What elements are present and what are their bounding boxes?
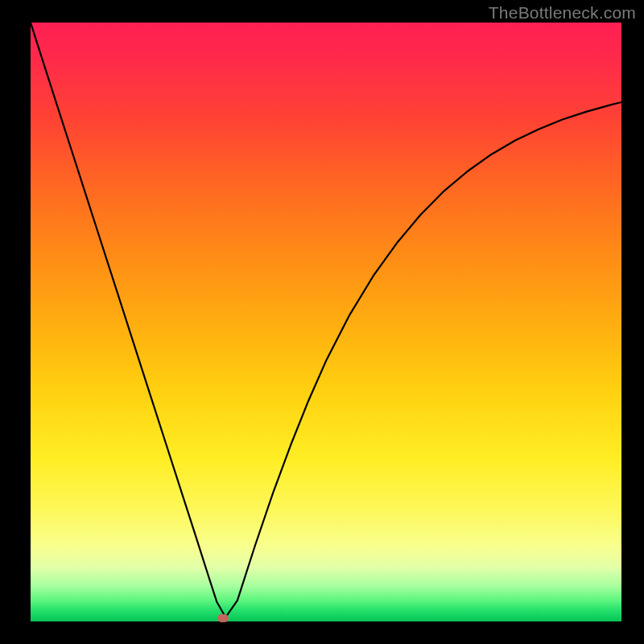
chart-frame: TheBottleneck.com	[0, 0, 644, 644]
bottleneck-curve	[31, 23, 621, 621]
plot-area	[31, 23, 621, 621]
optimum-marker	[217, 614, 229, 622]
watermark-text: TheBottleneck.com	[489, 3, 636, 23]
